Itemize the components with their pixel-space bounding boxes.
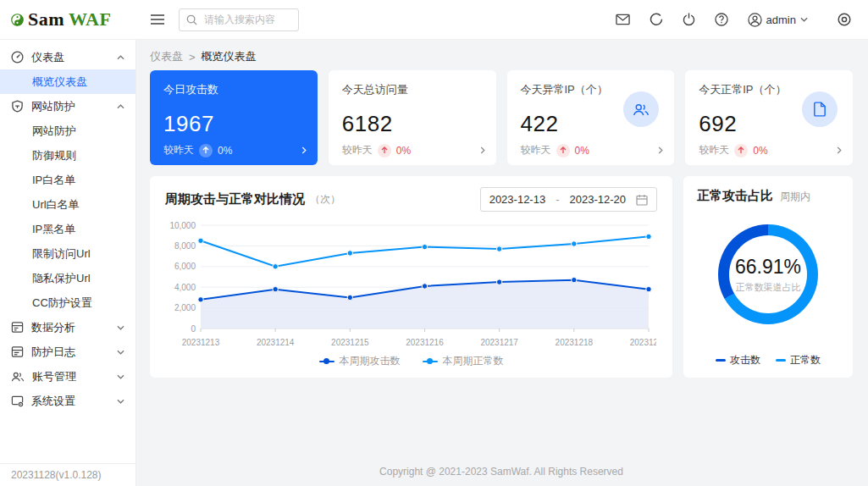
- legend-item-attacks[interactable]: 本周期攻击数: [319, 354, 401, 368]
- svg-text:10,000: 10,000: [169, 221, 196, 230]
- chevron-up-icon: [117, 104, 124, 109]
- sidebar-group-system-settings[interactable]: 系统设置: [0, 389, 135, 413]
- donut-legend: 攻击数 正常数: [716, 353, 821, 369]
- stat-card-value: 1967: [163, 111, 304, 137]
- search-input[interactable]: [202, 13, 291, 26]
- chevron-down-icon: [117, 350, 124, 355]
- sidebar-item-label: Url白名单: [32, 197, 80, 213]
- legend-item-attack-count[interactable]: 攻击数: [716, 353, 760, 367]
- sidebar-item-label: IP黑名单: [32, 222, 75, 237]
- sidebar-item-label: 限制访问Url: [32, 246, 91, 262]
- date-range-picker[interactable]: 2023-12-13 - 2023-12-20: [480, 187, 657, 212]
- charts-row: 周期攻击与正常对比情况 （次） 2023-12-13 - 2023-12-20 …: [150, 176, 853, 378]
- legend-label: 本周期攻击数: [340, 354, 401, 368]
- shield-icon: [11, 100, 24, 113]
- mail-icon[interactable]: [616, 14, 630, 25]
- menu-collapse-icon[interactable]: [151, 14, 164, 25]
- chevron-right-icon[interactable]: [658, 146, 663, 154]
- logo-text-sam: Sam: [28, 8, 64, 30]
- sidebar-item-ip-blacklist[interactable]: IP黑名单: [0, 217, 135, 241]
- global-search[interactable]: [179, 8, 299, 31]
- sidebar-item-ip-whitelist[interactable]: IP白名单: [0, 168, 135, 192]
- legend-line-dot-marker: [423, 361, 438, 362]
- compare-label: 较昨天: [699, 143, 729, 157]
- svg-text:20231217: 20231217: [480, 338, 518, 347]
- ratio-chart-card: 正常攻击占比 周期内 66.91% 正常数渠道占比 攻击数: [683, 176, 853, 378]
- help-icon[interactable]: [715, 13, 728, 26]
- svg-text:2,000: 2,000: [174, 303, 196, 312]
- svg-text:20231213: 20231213: [182, 338, 220, 347]
- stat-cards-row: 今日攻击数 1967 较昨天 0% 今天总访问量 6182 较昨天: [150, 70, 853, 165]
- legend-label: 正常数: [790, 353, 821, 367]
- yin-yang-logo-icon: [11, 14, 24, 26]
- legend-item-normal-count[interactable]: 正常数: [776, 353, 821, 367]
- stat-card-footer: 较昨天 0%: [163, 143, 307, 157]
- arrow-up-icon: [378, 144, 391, 157]
- sidebar: 仪表盘 概览仪表盘 网站防护 网站防护: [0, 40, 136, 486]
- version-label: 20231128(v1.0.128): [0, 463, 135, 486]
- sidebar-item-privacy-url[interactable]: 隐私保护Url: [0, 266, 135, 290]
- refresh-icon[interactable]: [650, 13, 663, 26]
- sidebar-item-label: CC防护设置: [32, 295, 92, 311]
- settings-icon[interactable]: [838, 13, 851, 26]
- sidebar-group-label: 系统设置: [31, 394, 75, 409]
- top-header: Sam WAF: [0, 0, 868, 40]
- date-end: 2023-12-20: [570, 193, 627, 206]
- sidebar-item-site-protection[interactable]: 网站防护: [0, 119, 135, 143]
- chevron-down-icon: [117, 374, 124, 379]
- arrow-up-icon: [734, 144, 748, 157]
- power-icon[interactable]: [683, 13, 695, 26]
- sidebar-item-cc-protection[interactable]: CC防护设置: [0, 290, 135, 315]
- sidebar-group-data-analysis[interactable]: 数据分析: [0, 315, 135, 340]
- sidebar-item-url-whitelist[interactable]: Url白名单: [0, 192, 135, 217]
- percent-value: 0%: [218, 145, 232, 157]
- sidebar-group-label: 账号管理: [32, 369, 76, 384]
- copyright-footer: Copyright @ 2021-2023 SamWaf. All Rights…: [150, 459, 853, 486]
- data-analysis-icon: [11, 321, 24, 334]
- sidebar-group-dashboard[interactable]: 仪表盘: [0, 45, 135, 69]
- percent-value: 0%: [575, 145, 589, 157]
- donut-center-label: 正常数渠道占比: [736, 281, 801, 294]
- date-separator: -: [556, 193, 559, 206]
- chevron-right-icon[interactable]: [480, 146, 485, 154]
- svg-text:20231214: 20231214: [257, 338, 295, 347]
- stat-card-abnormal-ip: 今天异常IP（个） 422 较昨天 0%: [507, 70, 675, 165]
- chevron-right-icon[interactable]: [301, 146, 307, 154]
- svg-text:0: 0: [191, 324, 196, 334]
- sidebar-item-overview-dashboard[interactable]: 概览仪表盘: [0, 69, 135, 94]
- stat-card-value: 6182: [342, 111, 483, 137]
- percent-value: 0%: [396, 145, 411, 157]
- chevron-right-icon[interactable]: [837, 146, 842, 154]
- sidebar-group-account-management[interactable]: 账号管理: [0, 364, 135, 389]
- svg-text:6,000: 6,000: [174, 262, 196, 271]
- breadcrumb-separator: >: [189, 51, 196, 64]
- donut-center-value: 66.91%: [735, 256, 801, 279]
- usergroup-icon: [623, 91, 659, 127]
- sidebar-group-label: 网站防护: [31, 99, 75, 114]
- compare-label: 较昨天: [521, 143, 551, 157]
- breadcrumb-parent[interactable]: 仪表盘: [150, 49, 183, 64]
- username: admin: [766, 14, 796, 26]
- logo-text-waf: WAF: [69, 8, 111, 30]
- donut-chart: 66.91% 正常数渠道占比: [718, 224, 818, 324]
- sidebar-item-defense-rules[interactable]: 防御规则: [0, 143, 135, 168]
- compare-label: 较昨天: [163, 143, 194, 157]
- legend-label: 本周期正常数: [443, 354, 504, 368]
- chevron-down-icon: [117, 325, 124, 330]
- sidebar-item-restricted-url[interactable]: 限制访问Url: [0, 241, 135, 266]
- ratio-card-title: 正常攻击占比: [697, 188, 773, 204]
- arrow-up-icon: [199, 144, 213, 157]
- legend-item-normal[interactable]: 本周期正常数: [423, 354, 504, 368]
- stat-card-normal-ip: 今天正常IP（个） 692 较昨天 0%: [685, 70, 853, 165]
- stat-card-footer: 较昨天 0%: [699, 143, 842, 157]
- trend-chart-unit: （次）: [310, 192, 340, 207]
- stat-card-label: 今天总访问量: [342, 82, 483, 97]
- sidebar-group-protection-logs[interactable]: 防护日志: [0, 340, 135, 364]
- sidebar-group-label: 数据分析: [31, 320, 75, 335]
- sidebar-group-site-protection[interactable]: 网站防护: [0, 94, 135, 119]
- dashboard-icon: [11, 51, 24, 64]
- user-menu[interactable]: admin: [748, 13, 808, 27]
- calendar-icon: [636, 194, 648, 206]
- sidebar-item-label: 隐私保护Url: [32, 271, 91, 286]
- sidebar-item-label: 网站防护: [32, 124, 76, 139]
